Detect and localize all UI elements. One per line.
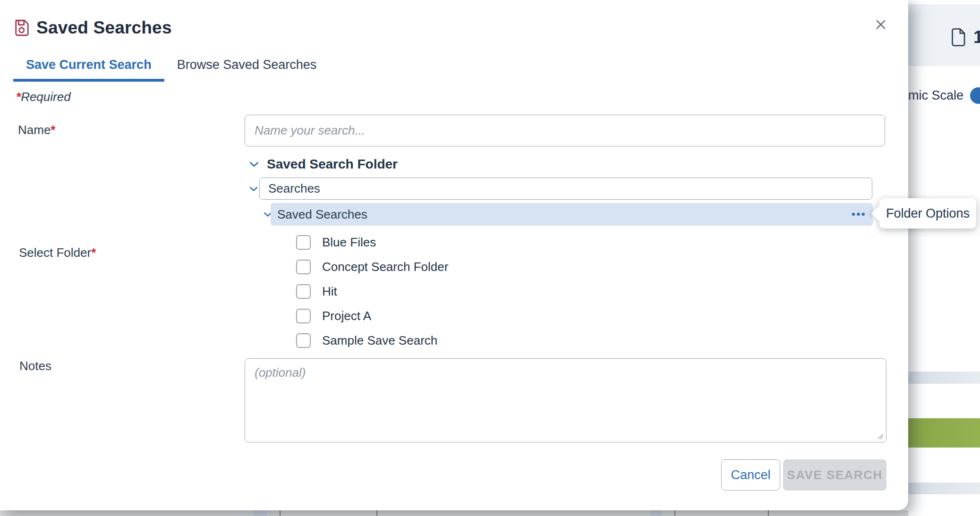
save-search-button[interactable]: SAVE SEARCH — [783, 459, 886, 491]
chevron-down-icon — [248, 158, 260, 170]
checkbox[interactable] — [296, 333, 311, 348]
saved-search-folder-heading[interactable]: Saved Search Folder — [248, 157, 398, 172]
search-name-input[interactable] — [245, 115, 885, 146]
checkbox[interactable] — [296, 260, 311, 274]
table-header-segment — [650, 510, 662, 516]
table-column-divider — [376, 510, 377, 516]
notes-label: Notes — [19, 359, 51, 373]
folder-row-project-a[interactable]: Project A — [296, 304, 448, 328]
folder-options-ellipsis-icon[interactable]: ••• — [850, 203, 868, 226]
checkbox[interactable] — [296, 284, 311, 299]
table-column-divider — [768, 510, 769, 516]
dialog-header: Saved Searches — [13, 18, 172, 38]
background-table-header — [0, 510, 908, 516]
select-folder-label: Select Folder* — [19, 245, 96, 260]
chevron-down-icon[interactable] — [248, 183, 259, 195]
root-folder-searches[interactable]: Searches — [259, 178, 872, 200]
table-column-divider — [280, 510, 281, 516]
tab-browse-saved-searches[interactable]: Browse Saved Searches — [164, 58, 330, 82]
tooltip-label: Folder Options — [886, 206, 970, 221]
document-icon — [951, 28, 967, 47]
folder-options-tooltip: Folder Options — [879, 198, 976, 228]
dynamic-scale-toggle[interactable] — [970, 87, 980, 104]
selected-folder-label: Saved Searches — [277, 207, 367, 222]
notes-textarea[interactable] — [245, 358, 886, 442]
close-icon[interactable] — [873, 17, 889, 33]
dialog-title: Saved Searches — [36, 18, 172, 38]
dialog-tabs: Save Current Search Browse Saved Searche… — [13, 58, 329, 82]
cancel-button[interactable]: Cancel — [721, 459, 780, 491]
saved-searches-dialog: Saved Searches Save Current Search Brows… — [0, 0, 908, 510]
folder-row-sample-save-search[interactable]: Sample Save Search — [296, 328, 448, 353]
folder-checkbox-list: Blue Files Concept Search Folder Hit Pro… — [296, 230, 448, 353]
root-folder-label: Searches — [268, 181, 320, 196]
name-label: Name* — [18, 123, 55, 137]
folder-row-blue-files[interactable]: Blue Files — [296, 230, 448, 254]
document-count: 1 — [973, 27, 980, 47]
table-column-divider — [674, 510, 675, 516]
tree-heading-label: Saved Search Folder — [267, 157, 398, 172]
background-page: 1 mic Scale — [908, 0, 980, 516]
dialog-actions: Cancel SAVE SEARCH — [721, 459, 886, 491]
folder-row-concept-search-folder[interactable]: Concept Search Folder — [296, 254, 448, 279]
background-green-band — [908, 418, 980, 448]
dynamic-scale-label: mic Scale — [908, 88, 963, 103]
floppy-disk-icon — [13, 18, 30, 37]
checkbox[interactable] — [296, 309, 311, 323]
checkbox[interactable] — [296, 235, 311, 250]
folder-row-hit[interactable]: Hit — [296, 279, 448, 304]
background-gray-band — [908, 482, 980, 494]
tab-save-current-search[interactable]: Save Current Search — [13, 58, 164, 82]
background-gray-band — [908, 372, 980, 384]
required-note: *Required — [16, 90, 71, 104]
table-header-segment — [254, 510, 267, 516]
folder-saved-searches-selected[interactable]: Saved Searches ••• — [271, 203, 873, 226]
